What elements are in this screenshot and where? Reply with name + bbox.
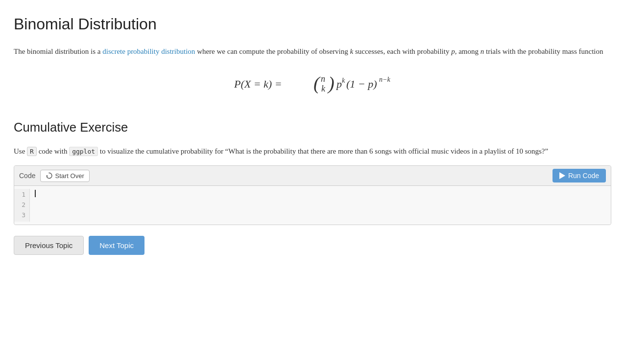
run-code-label: Run Code	[568, 172, 599, 180]
r-badge: R	[27, 147, 37, 156]
next-topic-button[interactable]: Next Topic	[89, 236, 144, 255]
previous-topic-button[interactable]: Previous Topic	[14, 236, 84, 255]
code-area: 1 2 3	[14, 186, 611, 224]
exercise-text-before-r: Use	[14, 147, 27, 155]
code-panel: Code Start Over Run Code 1 2 3	[14, 165, 611, 225]
intro-text-after-link: where we can compute the probability of …	[195, 47, 350, 55]
svg-text:(: (	[313, 73, 321, 94]
navigation-buttons: Previous Topic Next Topic	[14, 236, 611, 255]
text-cursor	[35, 190, 36, 197]
svg-text:k: k	[342, 77, 345, 84]
svg-text:(1 − p): (1 − p)	[346, 78, 377, 90]
code-line-1	[35, 190, 606, 197]
svg-text:P(X = k) =: P(X = k) =	[234, 78, 282, 90]
svg-marker-10	[559, 172, 565, 179]
formula-svg: P(X = k) = ( n k ) p k (1 − p) n−k	[234, 69, 391, 98]
intro-text-end: trials with the probability mass functio…	[484, 47, 603, 55]
svg-text:n−k: n−k	[379, 76, 390, 83]
section-title: Cumulative Exercise	[14, 117, 611, 137]
exercise-text-before-ggplot: code with	[37, 147, 69, 155]
refresh-icon	[46, 172, 52, 179]
intro-text-before-link: The binomial distribution is a	[14, 47, 102, 55]
code-line-2	[35, 197, 606, 207]
code-line-3	[35, 207, 606, 218]
discrete-prob-link[interactable]: discrete probability distribution	[102, 47, 195, 55]
exercise-paragraph: Use R code with ggplot to visualize the …	[14, 145, 611, 158]
start-over-button[interactable]: Start Over	[40, 170, 89, 182]
code-label: Code	[19, 170, 35, 181]
start-over-label: Start Over	[55, 172, 84, 180]
code-editor[interactable]	[30, 189, 611, 221]
run-code-button[interactable]: Run Code	[553, 169, 606, 182]
svg-text:p: p	[336, 78, 342, 90]
intro-text-middle2: , among	[455, 47, 481, 55]
intro-text-middle: successes, each with probability	[353, 47, 451, 55]
exercise-text-after-ggplot: to visualize the cumulative probability …	[98, 147, 548, 155]
p-variable: p	[451, 47, 455, 55]
page-title: Binomial Distribution	[14, 12, 611, 37]
line-number-1: 1	[18, 190, 25, 200]
line-number-3: 3	[18, 210, 25, 221]
line-numbers: 1 2 3	[14, 189, 30, 221]
play-icon	[559, 172, 565, 179]
formula-block: P(X = k) = ( n k ) p k (1 − p) n−k	[14, 69, 611, 103]
svg-text:n: n	[321, 74, 325, 84]
svg-text:k: k	[321, 84, 326, 93]
code-panel-header: Code Start Over Run Code	[14, 166, 611, 186]
intro-paragraph: The binomial distribution is a discrete …	[14, 46, 611, 58]
line-number-2: 2	[18, 200, 25, 210]
svg-text:): )	[327, 73, 335, 94]
ggplot-badge: ggplot	[69, 147, 98, 156]
